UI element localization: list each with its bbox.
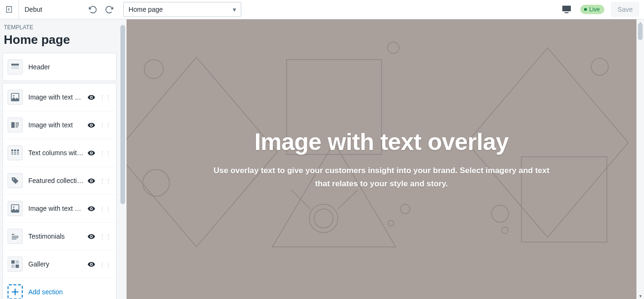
sidebar-item-label: Image with text ove...: [28, 205, 84, 212]
drag-handle-icon[interactable]: ⋮⋮: [99, 261, 111, 267]
image-overlay-icon: [8, 201, 23, 216]
svg-rect-35: [11, 265, 15, 268]
sidebar-item-label: Header: [28, 63, 111, 71]
sidebar-item-image-overlay-2[interactable]: Image with text ove... ⋮⋮: [3, 195, 116, 223]
image-overlay-icon: [8, 90, 23, 105]
add-section-icon: [8, 284, 23, 299]
drag-handle-icon[interactable]: ⋮⋮: [99, 178, 111, 184]
tag-icon: [8, 173, 23, 188]
svg-rect-15: [17, 150, 19, 151]
redo-button[interactable]: [102, 2, 117, 17]
visibility-toggle[interactable]: [87, 93, 95, 101]
svg-point-6: [13, 95, 15, 97]
sidebar-sections-card: Image with text ove... ⋮⋮ Image with tex…: [2, 83, 117, 299]
hero-heading: Image with text overlay: [212, 128, 551, 156]
svg-rect-29: [12, 236, 18, 237]
svg-rect-8: [11, 122, 15, 128]
sidebar-header-card: Header: [2, 53, 117, 81]
toolbar-right: Live Save: [559, 2, 644, 17]
visibility-toggle[interactable]: [87, 121, 95, 129]
page-selector-value: Home page: [128, 6, 162, 13]
gallery-icon: [8, 257, 23, 272]
svg-point-48: [309, 204, 338, 233]
svg-point-40: [143, 170, 169, 196]
status-label: Live: [589, 6, 600, 13]
sidebar-add-section[interactable]: Add section: [3, 278, 116, 299]
preview-scrollbar-right[interactable]: ▴ ▾: [636, 19, 644, 299]
svg-point-22: [91, 152, 92, 154]
sidebar-item-text-columns[interactable]: Text columns with i... ⋮⋮: [3, 139, 116, 167]
visibility-toggle[interactable]: [87, 149, 95, 157]
svg-rect-33: [11, 260, 15, 264]
hero-content: Image with text overlay Use overlay text…: [183, 128, 580, 190]
svg-point-45: [491, 205, 508, 222]
scrollbar-thumb[interactable]: [638, 23, 643, 40]
sidebar-item-label: Featured collection: [28, 177, 84, 184]
svg-rect-19: [11, 154, 13, 155]
main-area: TEMPLATE Home page Header Image with tex…: [0, 19, 644, 299]
svg-rect-0: [562, 6, 571, 11]
sidebar-item-testimonials[interactable]: Testimonials ⋮⋮: [3, 223, 116, 250]
save-button[interactable]: Save: [611, 2, 639, 17]
svg-rect-17: [14, 152, 16, 153]
viewport-desktop-button[interactable]: [559, 2, 574, 17]
header-icon: [8, 59, 23, 75]
svg-rect-16: [11, 152, 13, 153]
svg-point-37: [91, 264, 92, 265]
page-selector[interactable]: Home page ▾: [123, 2, 241, 17]
sidebar-item-label: Image with text: [28, 121, 84, 129]
svg-point-46: [501, 227, 508, 233]
sidebar-item-header[interactable]: Header: [3, 53, 116, 81]
drag-handle-icon[interactable]: ⋮⋮: [99, 206, 111, 212]
svg-rect-20: [14, 154, 16, 155]
svg-point-23: [13, 178, 14, 180]
svg-rect-31: [12, 239, 17, 240]
svg-rect-2: [11, 64, 19, 66]
svg-point-41: [388, 42, 399, 53]
drag-handle-icon[interactable]: ⋮⋮: [99, 233, 111, 240]
svg-point-24: [91, 180, 92, 182]
preview-wrap: Image with text overlay Use overlay text…: [119, 19, 644, 299]
drag-handle-icon[interactable]: ⋮⋮: [99, 94, 111, 100]
visibility-toggle[interactable]: [87, 260, 95, 268]
sidebar-item-image-overlay[interactable]: Image with text ove... ⋮⋮: [3, 83, 116, 111]
status-badge: Live: [580, 5, 604, 14]
svg-rect-11: [16, 126, 18, 127]
svg-point-47: [591, 58, 608, 75]
back-button[interactable]: [0, 0, 19, 19]
svg-rect-3: [11, 66, 19, 67]
scrollbar-thumb[interactable]: [120, 25, 125, 204]
drag-handle-icon[interactable]: ⋮⋮: [99, 122, 111, 128]
sidebar-item-label: Text columns with i...: [28, 149, 84, 157]
chevron-down-icon: ▾: [233, 6, 236, 13]
redo-icon: [105, 5, 114, 14]
page-title: Home page: [0, 33, 119, 52]
visibility-toggle[interactable]: [87, 177, 95, 185]
preview-scrollbar-left[interactable]: [119, 19, 127, 299]
drag-handle-icon[interactable]: ⋮⋮: [99, 150, 111, 156]
sidebar-item-gallery[interactable]: Gallery ⋮⋮: [3, 250, 116, 278]
hero-body: Use overlay text to give your customers …: [212, 164, 551, 190]
back-icon: [5, 5, 14, 14]
svg-point-12: [91, 125, 92, 126]
svg-point-32: [91, 236, 92, 237]
svg-rect-28: [12, 234, 14, 235]
desktop-icon: [562, 5, 571, 14]
svg-rect-4: [11, 68, 19, 69]
svg-rect-18: [17, 152, 19, 153]
sidebar-item-image-text[interactable]: Image with text ⋮⋮: [3, 111, 116, 139]
top-toolbar: Debut Home page ▾ Live Save: [0, 0, 644, 19]
sidebar-item-featured-collection[interactable]: Featured collection ⋮⋮: [3, 167, 116, 195]
svg-rect-13: [11, 150, 13, 151]
svg-point-7: [91, 97, 92, 98]
scroll-down-icon[interactable]: ▾: [636, 292, 644, 299]
sidebar-item-label: Image with text ove...: [28, 93, 84, 101]
visibility-toggle[interactable]: [87, 233, 95, 241]
svg-rect-36: [16, 265, 19, 268]
svg-point-43: [388, 220, 394, 226]
svg-rect-14: [14, 150, 16, 151]
visibility-toggle[interactable]: [87, 205, 95, 213]
undo-button[interactable]: [85, 2, 100, 17]
svg-point-27: [91, 208, 92, 209]
svg-rect-9: [16, 123, 19, 124]
